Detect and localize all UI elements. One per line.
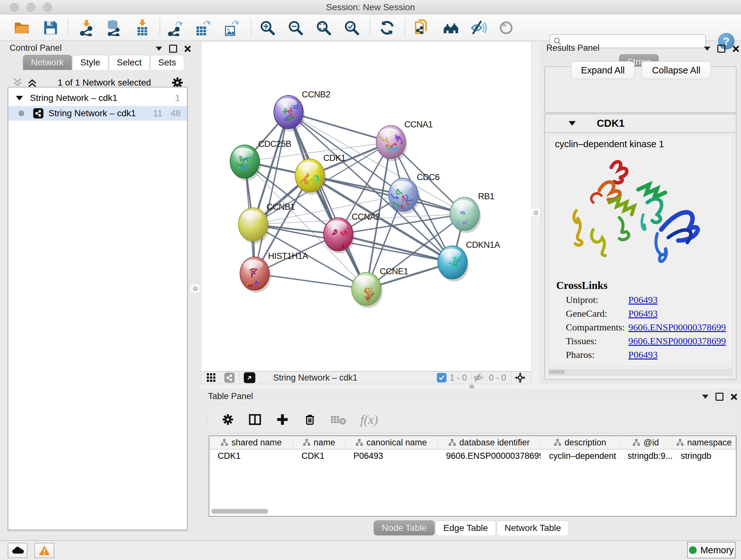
zoom-selected-icon[interactable] (343, 19, 360, 37)
current-network-dot-icon (18, 111, 24, 116)
maximize-panel-icon[interactable] (718, 45, 725, 53)
table-cell: CDK1 (293, 451, 345, 461)
edge-CCNB2-HIST1H1A[interactable] (255, 112, 288, 273)
grid-view-icon[interactable] (206, 373, 218, 382)
maximize-panel-icon[interactable] (169, 45, 177, 53)
add-column-icon[interactable] (275, 413, 289, 427)
zoom-fit-icon[interactable] (315, 19, 333, 37)
column-header-name[interactable]: name (293, 436, 345, 449)
crosslink-link[interactable]: 9606.ENSP00000378699 (628, 322, 726, 333)
node-table[interactable]: shared namenamecanonical namedatabase id… (209, 435, 737, 516)
horizontal-splitter-dot[interactable] (469, 385, 474, 388)
crosslink-link[interactable]: P06493 (628, 349, 658, 360)
show-columns-icon[interactable] (248, 413, 262, 427)
tab-sets[interactable]: Sets (150, 55, 184, 70)
close-panel-icon[interactable] (184, 45, 191, 52)
tab-edge-table[interactable]: Edge Table (435, 520, 496, 536)
table-horizontal-scrollbar[interactable] (211, 509, 268, 514)
delete-column-trash-icon[interactable] (303, 413, 317, 427)
edge-CDK1-RB1[interactable] (310, 176, 465, 214)
share-document-icon[interactable] (413, 19, 431, 37)
close-panel-icon[interactable] (731, 393, 738, 400)
home-icon[interactable] (442, 19, 460, 37)
table-toolbar: f(x) (207, 407, 737, 432)
edge-CCNE1-HIST1H1A[interactable] (255, 273, 366, 289)
warning-button[interactable] (35, 543, 54, 558)
tree-expand-icon[interactable] (16, 96, 23, 101)
tab-node-table[interactable]: Node Table (374, 520, 434, 536)
zoom-out-icon[interactable] (286, 19, 305, 37)
window-title: Session: New Session (0, 2, 741, 12)
column-header-database-identifier[interactable]: database identifier (438, 436, 541, 449)
table-cell: cyclin–dependent ... (541, 451, 619, 461)
export-table-icon[interactable] (194, 19, 212, 37)
main-toolbar: ? (0, 14, 741, 41)
crosslink-link[interactable]: 9606.ENSP00000378699 (628, 335, 726, 347)
node-RB1[interactable]: RB1 (450, 192, 494, 233)
open-session-icon[interactable] (13, 19, 30, 37)
close-panel-icon[interactable] (732, 45, 739, 52)
network-canvas[interactable]: CCNB2CCNA1CDC25BCDK1CDC6RB1CCNB1CCNA2CDK… (201, 42, 532, 371)
collection-label: String Network – cdk1 (30, 93, 118, 103)
column-header-canonical-name[interactable]: canonical name (345, 436, 437, 449)
title-bar: Session: New Session (0, 0, 741, 14)
gene-section-header[interactable]: CDK1 (545, 114, 736, 133)
left-splitter-handle[interactable] (191, 284, 200, 293)
import-table-icon[interactable] (133, 19, 151, 37)
table-cell: P06493 (345, 451, 437, 461)
edge-CCNB2-CCNE1[interactable] (288, 112, 366, 289)
float-panel-icon[interactable] (702, 395, 709, 399)
column-header--id[interactable]: @id (619, 436, 672, 449)
column-header-description[interactable]: description (541, 436, 619, 449)
control-panel-title: Control Panel (10, 43, 62, 53)
float-panel-icon[interactable] (704, 47, 711, 51)
collapse-all-chevron-icon[interactable] (12, 78, 23, 87)
hide-selected-icon[interactable] (470, 19, 488, 37)
cloud-button[interactable] (8, 543, 27, 558)
fit-crosshair-icon[interactable] (514, 372, 527, 383)
network-collection-row[interactable]: String Network – cdk1 1 (8, 91, 187, 105)
network-share-icon[interactable] (224, 373, 234, 383)
node-CCNE1[interactable]: CCNE1 (352, 266, 408, 308)
node-CDC6[interactable]: CDC6 (386, 172, 440, 214)
tab-style[interactable]: Style (72, 55, 108, 70)
node-label-CCNA1: CCNA1 (404, 120, 433, 129)
save-session-icon[interactable] (42, 19, 59, 37)
section-collapse-icon[interactable] (569, 121, 576, 126)
right-splitter-handle[interactable] (531, 208, 540, 217)
collapse-all-button[interactable]: Collapse All (642, 61, 711, 79)
table-row[interactable]: CDK1CDK1P064939606.ENSP00000378699cyclin… (209, 449, 736, 462)
column-header-shared-name[interactable]: shared name (209, 436, 293, 449)
memory-button[interactable]: Memory (687, 542, 736, 558)
import-network-database-icon[interactable] (105, 19, 122, 37)
network-graph[interactable]: CCNB2CCNA1CDC25BCDK1CDC6RB1CCNB1CCNA2CDK… (201, 42, 531, 371)
column-header-namespace[interactable]: namespace (672, 436, 736, 449)
selected-checkbox-icon[interactable] (437, 373, 447, 382)
refresh-icon[interactable] (378, 19, 396, 37)
crosslink-link[interactable]: P06493 (628, 308, 658, 319)
warning-icon (39, 545, 50, 556)
node-CDKN1A[interactable]: CDKN1A (438, 240, 500, 282)
table-settings-gear-icon[interactable] (221, 413, 234, 426)
selected-counts: 1 - 0 (450, 373, 467, 383)
tab-network-table[interactable]: Network Table (496, 520, 569, 536)
expand-all-chevron-icon[interactable] (27, 78, 38, 87)
float-panel-icon[interactable] (156, 47, 162, 51)
tab-select[interactable]: Select (109, 55, 150, 70)
zoom-in-icon[interactable] (259, 19, 276, 37)
node-HIST1H1A[interactable]: HIST1H1A (240, 251, 308, 293)
tab-network[interactable]: Network (23, 55, 72, 70)
maximize-panel-icon[interactable] (716, 393, 724, 401)
network-row-selected[interactable]: String Network – cdk1 11 48 (8, 106, 187, 121)
expand-all-button[interactable]: Expand All (571, 61, 634, 79)
results-scrollbar[interactable] (548, 369, 733, 375)
hidden-counts: 0 - 0 (489, 373, 506, 383)
node-label-CCNB1: CCNB1 (266, 202, 295, 212)
import-network-file-icon[interactable] (77, 19, 95, 37)
control-panel: Control Panel NetworkStyleSelectSets 1 o… (3, 42, 190, 530)
show-all-icon[interactable] (497, 19, 515, 37)
birds-eye-view-icon[interactable] (244, 372, 255, 383)
crosslink-link[interactable]: P06493 (628, 294, 658, 305)
export-network-icon[interactable] (166, 19, 184, 37)
export-image-icon[interactable] (222, 19, 240, 37)
